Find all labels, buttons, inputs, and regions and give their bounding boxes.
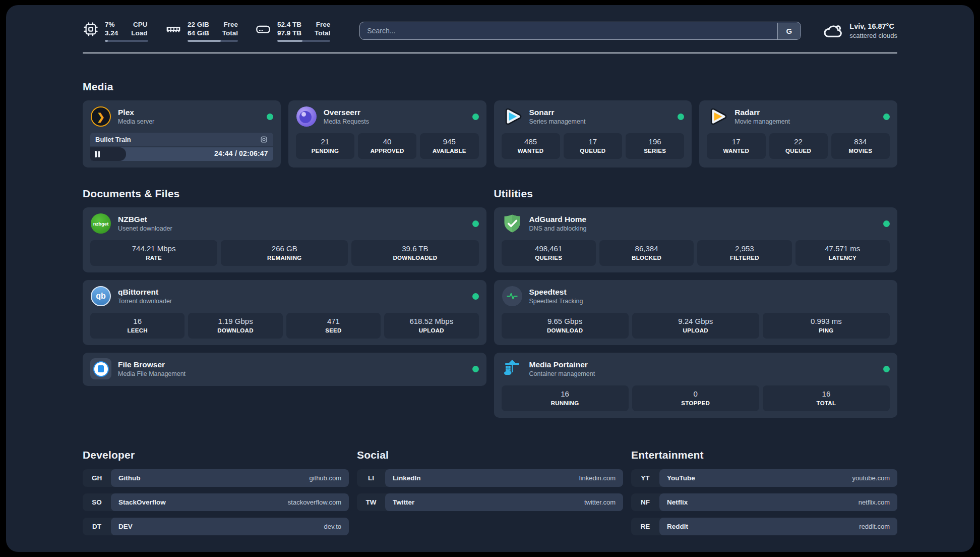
status-online-dot xyxy=(472,220,479,227)
nzbget-icon: nzbget xyxy=(91,213,111,234)
status-online-dot xyxy=(883,366,890,372)
stat-queued: 17QUEUED xyxy=(564,133,622,159)
app-name: Speedtest xyxy=(529,287,583,297)
app-name: Overseerr xyxy=(324,107,369,118)
disk-icon xyxy=(255,21,271,37)
cpu-stat: 7% 3.24 CPU Load xyxy=(83,20,148,42)
weather-widget: Lviv, 16.87°C scattered clouds xyxy=(822,20,897,41)
app-description: Usenet downloader xyxy=(118,225,172,233)
app-description: Series management xyxy=(529,118,586,126)
app-card-qbittorrent[interactable]: qb qBittorrent Torrent downloader 16LEEC… xyxy=(83,280,486,345)
link-name: LinkedIn xyxy=(393,474,421,482)
link-name: Netflix xyxy=(667,498,688,506)
app-description: Torrent downloader xyxy=(118,297,172,306)
app-name: Media Portainer xyxy=(529,360,595,370)
weather-condition: scattered clouds xyxy=(849,31,897,40)
cpu-progress-track xyxy=(105,40,148,42)
cpu-load-value: 3.24 xyxy=(105,29,118,37)
speedtest-icon xyxy=(502,286,522,306)
ram-total-label: Total xyxy=(222,29,238,37)
entertainment-section: Entertainment YT YouTube youtube.com NF … xyxy=(631,449,897,535)
player-device-icon xyxy=(260,135,268,144)
app-card-portainer[interactable]: Media Portainer Container management 16R… xyxy=(494,353,898,418)
stat-latency: 47.571 msLATENCY xyxy=(795,240,890,266)
stat-ping: 0.993 msPING xyxy=(763,313,890,339)
app-description: Movie management xyxy=(734,118,790,126)
section-title-media: Media xyxy=(83,81,897,93)
app-card-filebrowser[interactable]: File Browser Media File Management xyxy=(83,353,486,386)
ram-stat: 22 GiB 64 GiB Free Total xyxy=(165,20,238,42)
app-description: Media server xyxy=(118,118,154,126)
status-online-dot xyxy=(267,114,273,120)
stat-wanted: 17WANTED xyxy=(707,133,765,159)
stat-series: 196SERIES xyxy=(626,133,684,159)
link-twitter[interactable]: TW Twitter twitter.com xyxy=(357,493,623,511)
now-playing-title: Bullet Train xyxy=(95,136,131,143)
stat-rate: 744.21 MbpsRATE xyxy=(90,240,217,266)
disk-stat: 52.4 TB 97.9 TB Free Total xyxy=(255,20,330,42)
link-url: netflix.com xyxy=(859,498,890,506)
disk-free-value: 52.4 TB xyxy=(277,20,301,29)
app-description: Container management xyxy=(529,370,595,378)
app-name: Plex xyxy=(118,107,154,118)
search-engine-button[interactable]: G xyxy=(777,23,801,39)
link-url: github.com xyxy=(309,474,341,482)
app-description: DNS and adblocking xyxy=(529,225,587,233)
app-card-overseerr[interactable]: Overseerr Media Requests 21PENDING 40APP… xyxy=(288,100,486,168)
link-github[interactable]: GH Github github.com xyxy=(83,469,349,487)
media-grid: ❯ Plex Media server Bullet Train xyxy=(83,100,897,168)
link-netflix[interactable]: NF Netflix netflix.com xyxy=(631,493,897,511)
link-youtube[interactable]: YT YouTube youtube.com xyxy=(631,469,897,487)
stat-stopped: 0STOPPED xyxy=(632,385,759,411)
playback-progress-bar[interactable]: 24:44 / 02:06:47 xyxy=(90,147,273,161)
stat-filtered: 2,953FILTERED xyxy=(697,240,791,266)
app-card-radarr[interactable]: Radarr Movie management 17WANTED 22QUEUE… xyxy=(699,100,897,168)
ram-progress-track xyxy=(188,40,238,42)
weather-location: Lviv, 16.87°C xyxy=(849,22,897,31)
section-title-utilities: Utilities xyxy=(494,188,898,200)
sonarr-icon xyxy=(502,106,523,127)
plex-icon: ❯ xyxy=(91,106,111,127)
status-online-dot xyxy=(883,220,890,227)
link-url: stackoverflow.com xyxy=(288,498,341,506)
filebrowser-icon xyxy=(90,358,111,379)
pause-icon xyxy=(95,151,100,157)
link-url: linkedin.com xyxy=(579,474,616,482)
link-name: Twitter xyxy=(393,498,414,506)
stat-remaining: 266 GBREMAINING xyxy=(221,240,348,266)
qbittorrent-icon: qb xyxy=(91,286,111,306)
link-name: Github xyxy=(118,474,141,482)
link-dev-to[interactable]: DT DEV dev.to xyxy=(83,518,349,535)
app-card-plex[interactable]: ❯ Plex Media server Bullet Train xyxy=(83,100,281,168)
link-stackoverflow[interactable]: SO StackOverflow stackoverflow.com xyxy=(83,493,349,511)
link-url: youtube.com xyxy=(852,474,890,482)
app-card-sonarr[interactable]: Sonarr Series management 485WANTED 17QUE… xyxy=(494,100,692,168)
section-title-documents: Documents & Files xyxy=(83,188,486,200)
search-bar: G xyxy=(359,22,801,40)
ram-progress-fill xyxy=(188,40,221,42)
app-name: Sonarr xyxy=(529,107,586,118)
overseerr-icon xyxy=(296,106,317,127)
cpu-label: CPU xyxy=(133,20,148,29)
status-online-dot xyxy=(883,114,890,120)
link-name: DEV xyxy=(118,523,133,530)
stat-total: 16TOTAL xyxy=(763,385,890,411)
link-url: reddit.com xyxy=(859,523,890,530)
cpu-load-label: Load xyxy=(131,29,147,37)
cpu-icon xyxy=(83,21,99,37)
stat-pending: 21PENDING xyxy=(296,133,354,159)
stat-wanted: 485WANTED xyxy=(502,133,560,159)
link-name: Reddit xyxy=(667,523,688,530)
ram-free-label: Free xyxy=(224,20,238,29)
app-card-adguard[interactable]: AdGuard Home DNS and adblocking 498,461Q… xyxy=(494,207,898,272)
ram-free-value: 22 GiB xyxy=(188,20,209,29)
link-abbr: TW xyxy=(357,498,385,506)
app-card-speedtest[interactable]: Speedtest Speedtest Tracking 9.65 GbpsDO… xyxy=(494,280,898,345)
stat-download: 9.65 GbpsDOWNLOAD xyxy=(502,313,629,339)
search-input[interactable] xyxy=(359,22,801,40)
disk-progress-track xyxy=(277,40,330,42)
app-card-nzbget[interactable]: nzbget NZBGet Usenet downloader 744.21 M… xyxy=(83,207,486,272)
link-reddit[interactable]: RE Reddit reddit.com xyxy=(631,518,897,535)
link-linkedin[interactable]: LI LinkedIn linkedin.com xyxy=(357,469,623,487)
app-name: NZBGet xyxy=(118,214,172,225)
